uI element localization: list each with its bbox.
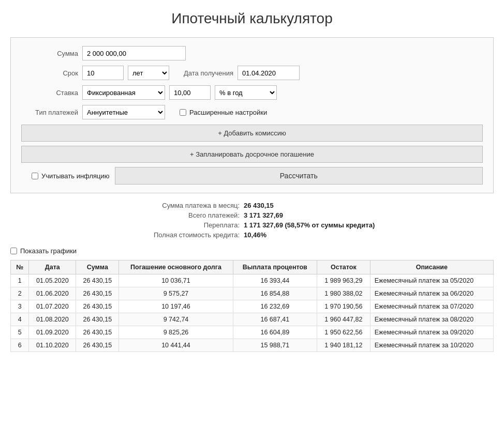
calculate-button[interactable]: Рассчитать <box>115 167 483 185</box>
col-balance: Остаток <box>317 261 370 274</box>
col-desc: Описание <box>370 261 493 274</box>
table-row: 4 01.08.2020 26 430,15 9 742,74 16 687,4… <box>11 313 494 326</box>
cell-num: 4 <box>11 313 29 326</box>
inflation-label[interactable]: Учитывать инфляцию <box>32 172 110 180</box>
show-charts-checkbox[interactable] <box>10 248 17 254</box>
rate-type-select[interactable]: Фиксированная Переменная <box>82 85 165 100</box>
cell-desc: Ежемесячный платеж за 08/2020 <box>370 313 493 326</box>
cell-desc: Ежемесячный платеж за 09/2020 <box>370 326 493 339</box>
total-payments-label: Всего платежей: <box>95 211 240 219</box>
cell-date: 01.05.2020 <box>29 274 76 287</box>
calculator-form: Сумма Срок лет месяцев Дата получения Ст… <box>10 37 494 193</box>
cell-sum: 26 430,15 <box>76 339 119 352</box>
table-row: 1 01.05.2020 26 430,15 10 036,71 16 393,… <box>11 274 494 287</box>
total-payments-row: Всего платежей: 3 171 327,69 <box>10 211 494 219</box>
total-payments-value: 3 171 327,69 <box>244 211 409 219</box>
table-row: 6 01.10.2020 26 430,15 10 441,44 15 988,… <box>11 339 494 352</box>
full-cost-row: Полная стоимость кредита: 10,46% <box>10 231 494 239</box>
cell-num: 1 <box>11 274 29 287</box>
col-num: № <box>11 261 29 274</box>
cell-sum: 26 430,15 <box>76 300 119 313</box>
cell-principal: 9 575,27 <box>119 287 233 300</box>
cell-interest: 16 854,88 <box>233 287 317 300</box>
date-label: Дата получения <box>184 69 233 77</box>
extended-settings-text: Расширенные настройки <box>189 109 267 116</box>
cell-sum: 26 430,15 <box>76 287 119 300</box>
cell-balance: 1 980 388,02 <box>317 287 370 300</box>
cell-interest: 15 988,71 <box>233 339 317 352</box>
sum-label: Сумма <box>21 50 78 57</box>
cell-principal: 9 825,26 <box>119 326 233 339</box>
term-row: Срок лет месяцев Дата получения <box>21 66 483 80</box>
monthly-payment-label: Сумма платежа в месяц: <box>95 202 240 209</box>
add-prepayment-button[interactable]: + Запланировать досрочное погашение <box>21 146 483 163</box>
payment-type-row: Тип платежей Аннуитетные Дифференцирован… <box>21 105 483 119</box>
cell-date: 01.07.2020 <box>29 300 76 313</box>
col-sum: Сумма <box>76 261 119 274</box>
rate-value-input[interactable] <box>169 85 211 100</box>
overpayment-label: Переплата: <box>95 221 240 229</box>
extended-settings-label[interactable]: Расширенные настройки <box>180 109 267 116</box>
cell-desc: Ежемесячный платеж за 06/2020 <box>370 287 493 300</box>
cell-date: 01.10.2020 <box>29 339 76 352</box>
table-row: 2 01.06.2020 26 430,15 9 575,27 16 854,8… <box>11 287 494 300</box>
payment-type-label: Тип платежей <box>21 109 78 116</box>
monthly-payment-row: Сумма платежа в месяц: 26 430,15 <box>10 202 494 209</box>
extended-settings-checkbox[interactable] <box>180 109 186 116</box>
sum-row: Сумма <box>21 46 483 60</box>
cell-sum: 26 430,15 <box>76 274 119 287</box>
cell-sum: 26 430,15 <box>76 313 119 326</box>
table-row: 3 01.07.2020 26 430,15 10 197,46 16 232,… <box>11 300 494 313</box>
payment-type-select[interactable]: Аннуитетные Дифференцированные <box>82 105 165 119</box>
table-row: 5 01.09.2020 26 430,15 9 825,26 16 604,8… <box>11 326 494 339</box>
overpayment-value: 1 171 327,69 (58,57% от суммы кредита) <box>244 221 409 229</box>
cell-date: 01.06.2020 <box>29 287 76 300</box>
sum-input[interactable] <box>82 46 186 60</box>
show-charts-label: Показать графики <box>20 247 77 255</box>
cell-interest: 16 604,89 <box>233 326 317 339</box>
bottom-row: Учитывать инфляцию Рассчитать <box>21 167 483 185</box>
payments-table: № Дата Сумма Погашение основного долга В… <box>10 260 494 352</box>
cell-desc: Ежемесячный платеж за 05/2020 <box>370 274 493 287</box>
cell-principal: 10 197,46 <box>119 300 233 313</box>
cell-interest: 16 232,69 <box>233 300 317 313</box>
overpayment-row: Переплата: 1 171 327,69 (58,57% от суммы… <box>10 221 494 229</box>
col-date: Дата <box>29 261 76 274</box>
full-cost-label: Полная стоимость кредита: <box>95 231 240 239</box>
cell-balance: 1 970 190,56 <box>317 300 370 313</box>
term-unit-select[interactable]: лет месяцев <box>128 66 169 80</box>
rate-unit-select[interactable]: % в год % в месяц <box>215 85 277 100</box>
cell-interest: 16 687,41 <box>233 313 317 326</box>
inflation-checkbox[interactable] <box>32 173 38 179</box>
cell-balance: 1 989 963,29 <box>317 274 370 287</box>
cell-num: 3 <box>11 300 29 313</box>
table-header-row: № Дата Сумма Погашение основного долга В… <box>11 261 494 274</box>
cell-desc: Ежемесячный платеж за 07/2020 <box>370 300 493 313</box>
term-input[interactable] <box>82 66 124 80</box>
cell-num: 2 <box>11 287 29 300</box>
cell-principal: 10 441,44 <box>119 339 233 352</box>
rate-row: Ставка Фиксированная Переменная % в год … <box>21 85 483 100</box>
cell-balance: 1 950 622,56 <box>317 326 370 339</box>
results-section: Сумма платежа в месяц: 26 430,15 Всего п… <box>10 202 494 239</box>
cell-sum: 26 430,15 <box>76 326 119 339</box>
cell-num: 5 <box>11 326 29 339</box>
col-interest: Выплата процентов <box>233 261 317 274</box>
cell-balance: 1 940 181,12 <box>317 339 370 352</box>
cell-date: 01.09.2020 <box>29 326 76 339</box>
show-charts-row: Показать графики <box>10 247 494 255</box>
add-commission-button[interactable]: + Добавить комиссию <box>21 125 483 142</box>
col-principal: Погашение основного долга <box>119 261 233 274</box>
full-cost-value: 10,46% <box>244 231 409 239</box>
cell-date: 01.08.2020 <box>29 313 76 326</box>
monthly-payment-value: 26 430,15 <box>244 202 409 209</box>
date-input[interactable] <box>238 66 300 80</box>
term-label: Срок <box>21 69 78 77</box>
cell-principal: 10 036,71 <box>119 274 233 287</box>
cell-interest: 16 393,44 <box>233 274 317 287</box>
cell-num: 6 <box>11 339 29 352</box>
inflation-text: Учитывать инфляцию <box>41 172 110 180</box>
rate-label: Ставка <box>21 89 78 97</box>
page-title: Ипотечный калькулятор <box>10 10 494 27</box>
cell-balance: 1 960 447,82 <box>317 313 370 326</box>
